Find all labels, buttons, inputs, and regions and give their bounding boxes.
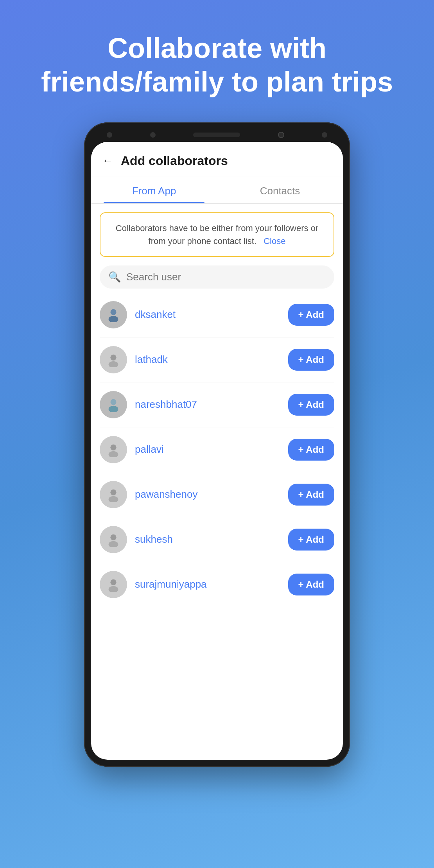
list-item: lathadk + Add: [100, 337, 334, 382]
list-item: sukhesh + Add: [100, 517, 334, 562]
avatar: [100, 391, 127, 418]
biker2-icon: [106, 397, 121, 412]
svg-point-5: [109, 406, 118, 412]
phone-mockup: ← Add collaborators From App Contacts Co…: [76, 122, 358, 868]
add-user-button[interactable]: + Add: [288, 304, 334, 326]
user-username: sukhesh: [135, 533, 288, 545]
person-icon: [106, 532, 121, 547]
add-user-button[interactable]: + Add: [288, 349, 334, 371]
svg-point-12: [110, 579, 116, 585]
search-input[interactable]: [126, 271, 326, 283]
list-item: surajmuniyappa + Add: [100, 562, 334, 607]
phone-notch: [91, 129, 343, 142]
avatar: [100, 346, 127, 373]
person-icon: [106, 352, 121, 367]
user-username: pallavi: [135, 443, 288, 456]
search-bar: 🔍: [100, 265, 334, 289]
user-username: nareshbhat07: [135, 398, 288, 411]
phone-sensor-dot: [322, 132, 327, 138]
info-box-text: Collaborators have to be either from you…: [116, 223, 318, 246]
phone-camera-front: [150, 132, 156, 138]
svg-point-7: [109, 451, 118, 457]
info-box-close-link[interactable]: Close: [264, 236, 285, 246]
page-title: Add collaborators: [121, 154, 228, 168]
user-list: dksanket + Add lathadk + Add: [91, 292, 343, 607]
list-item: pallavi + Add: [100, 427, 334, 472]
add-user-button[interactable]: + Add: [288, 439, 334, 461]
user-username: lathadk: [135, 353, 288, 366]
svg-point-4: [110, 399, 116, 405]
hero-title: Collaborate with friends/family to plan …: [0, 0, 434, 122]
person-icon: [106, 442, 121, 457]
avatar: [100, 481, 127, 508]
avatar: [100, 301, 127, 328]
svg-point-11: [109, 541, 118, 547]
add-user-button[interactable]: + Add: [288, 574, 334, 595]
add-user-button[interactable]: + Add: [288, 394, 334, 416]
user-username: dksanket: [135, 308, 288, 321]
phone-speaker-grill: [193, 133, 240, 137]
svg-point-2: [110, 354, 116, 360]
biker-icon: [106, 307, 121, 322]
user-username: pawanshenoy: [135, 488, 288, 500]
search-icon: 🔍: [108, 271, 121, 283]
back-button[interactable]: ←: [102, 154, 113, 167]
svg-point-1: [109, 316, 118, 322]
svg-point-8: [110, 489, 116, 495]
add-user-button[interactable]: + Add: [288, 484, 334, 506]
person-icon: [106, 487, 121, 502]
svg-point-13: [109, 586, 118, 592]
svg-point-3: [109, 361, 118, 367]
person-icon: [106, 577, 121, 592]
svg-point-9: [109, 496, 118, 502]
list-item: dksanket + Add: [100, 292, 334, 337]
svg-point-10: [110, 534, 116, 540]
list-item: pawanshenoy + Add: [100, 472, 334, 517]
phone-speaker-dot: [107, 132, 112, 138]
tab-from-app[interactable]: From App: [91, 176, 217, 203]
app-header: ← Add collaborators: [91, 142, 343, 176]
avatar: [100, 526, 127, 553]
svg-point-6: [110, 444, 116, 450]
tabs-row: From App Contacts: [91, 176, 343, 204]
add-user-button[interactable]: + Add: [288, 529, 334, 551]
phone-camera-lens: [278, 132, 284, 138]
avatar: [100, 571, 127, 598]
user-username: surajmuniyappa: [135, 578, 288, 590]
avatar: [100, 436, 127, 463]
svg-point-0: [110, 309, 116, 315]
list-item: nareshbhat07 + Add: [100, 382, 334, 427]
tab-contacts[interactable]: Contacts: [217, 176, 343, 203]
phone-screen: ← Add collaborators From App Contacts Co…: [91, 142, 343, 760]
phone-outer: ← Add collaborators From App Contacts Co…: [84, 122, 350, 767]
info-box: Collaborators have to be either from you…: [100, 212, 334, 257]
